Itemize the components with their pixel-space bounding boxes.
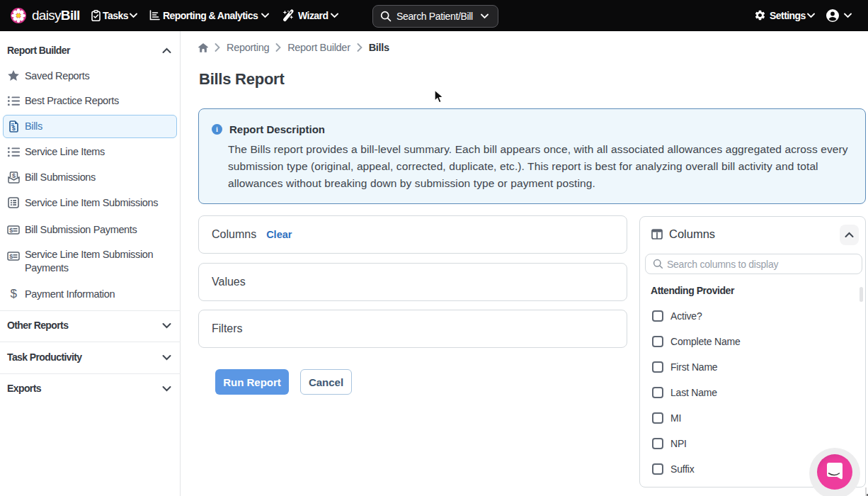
svg-text:$: $ [9,226,13,233]
svg-text:i: i [216,125,218,133]
svg-text:$: $ [12,124,16,131]
svg-text:$: $ [12,172,16,179]
svg-text:$: $ [9,252,13,259]
